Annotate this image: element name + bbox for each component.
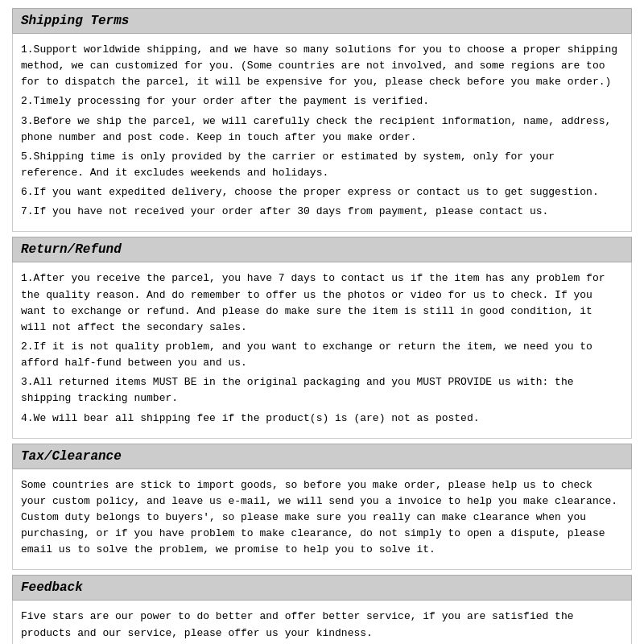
paragraph: 4.We will bear all shipping fee if the p… bbox=[21, 411, 623, 427]
paragraph: 1.After you receive the parcel, you have… bbox=[21, 270, 623, 336]
paragraph: 5.Shipping time is only provided by the … bbox=[21, 149, 623, 181]
section-body-feedback: Five stars are our power to do better an… bbox=[12, 601, 632, 644]
paragraph: 2.Timely processing for your order after… bbox=[21, 93, 623, 109]
section-return: Return/Refund1.After you receive the par… bbox=[12, 237, 632, 438]
section-feedback: FeedbackFive stars are our power to do b… bbox=[12, 575, 632, 644]
paragraph: 3.Before we ship the parcel, we will car… bbox=[21, 114, 623, 146]
section-body-tax: Some countries are stick to import goods… bbox=[12, 469, 632, 571]
paragraph: Some countries are stick to import goods… bbox=[21, 477, 623, 559]
paragraph: 3.All returned items MUST BE in the orig… bbox=[21, 374, 623, 407]
paragraph: Five stars are our power to do better an… bbox=[21, 609, 623, 641]
section-body-shipping: 1.Support worldwide shipping, and we hav… bbox=[12, 34, 632, 232]
paragraph: 1.Support worldwide shipping, and we hav… bbox=[21, 42, 623, 90]
section-header-return: Return/Refund bbox=[12, 237, 632, 262]
section-body-return: 1.After you receive the parcel, you have… bbox=[12, 262, 632, 438]
section-tax: Tax/ClearanceSome countries are stick to… bbox=[12, 444, 632, 571]
page-container: Shipping Terms1.Support worldwide shippi… bbox=[0, 0, 644, 644]
section-shipping: Shipping Terms1.Support worldwide shippi… bbox=[12, 8, 632, 232]
paragraph: 2.If it is not quality problem, and you … bbox=[21, 339, 623, 371]
section-header-shipping: Shipping Terms bbox=[12, 8, 632, 34]
paragraph: 7.If you have not received your order af… bbox=[21, 204, 623, 220]
paragraph: 6.If you want expedited delivery, choose… bbox=[21, 184, 623, 200]
section-header-feedback: Feedback bbox=[12, 575, 632, 601]
section-header-tax: Tax/Clearance bbox=[12, 444, 632, 469]
